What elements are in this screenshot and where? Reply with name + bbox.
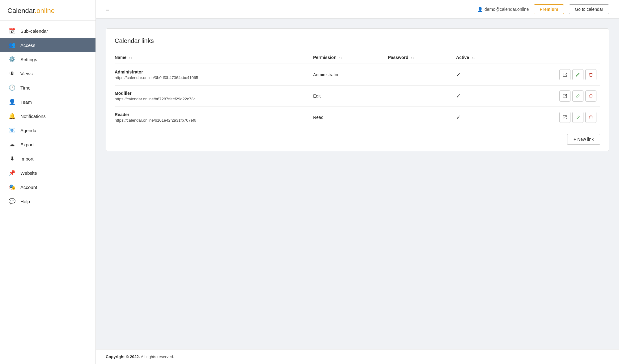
user-email-text: demo@calendar.online [485, 7, 529, 12]
account-label: Account [20, 185, 37, 190]
new-link-button[interactable]: + New link [567, 134, 600, 145]
cell-name-modifier-row: Modifier https://calendar.online/b67287f… [115, 86, 313, 107]
website-icon: 📌 [9, 169, 15, 176]
time-label: Time [20, 85, 31, 90]
sidebar-item-team[interactable]: 👤 Team [0, 95, 95, 109]
footer: Copyright © 2022. All rights reserved. [96, 349, 619, 364]
topbar-left: ≡ [106, 6, 109, 13]
row-name-reader-row: Reader [115, 112, 309, 117]
sidebar-item-account[interactable]: 🎭 Account [0, 180, 95, 194]
cell-name-reader-row: Reader https://calendar.online/b101e42f2… [115, 107, 313, 128]
table-row-modifier-row: Modifier https://calendar.online/b67287f… [115, 86, 600, 107]
active-check-reader-row: ✓ [456, 114, 461, 120]
team-label: Team [20, 99, 32, 105]
cell-password-modifier-row [388, 86, 456, 107]
row-name-admin-row: Administrator [115, 69, 309, 74]
edit-button-modifier-row[interactable] [572, 90, 583, 102]
table-row-admin-row: Administrator https://calendar.online/0b… [115, 64, 600, 86]
sidebar-item-import[interactable]: ⬇ Import [0, 152, 95, 166]
cell-actions-reader-row [507, 107, 600, 128]
delete-button-reader-row[interactable] [585, 112, 596, 123]
views-icon: 👁 [9, 70, 15, 77]
sort-name-icon: ↑↓ [129, 56, 132, 60]
sort-permission-icon: ↑↓ [339, 56, 342, 60]
access-label: Access [20, 43, 35, 48]
edit-button-reader-row[interactable] [572, 112, 583, 123]
delete-button-modifier-row[interactable] [585, 90, 596, 102]
delete-button-admin-row[interactable] [585, 69, 596, 80]
col-active[interactable]: Active ↑↓ [456, 52, 507, 64]
go-to-calendar-button[interactable]: Go to calendar [569, 4, 609, 14]
open-button-modifier-row[interactable] [559, 90, 570, 102]
time-icon: 🕐 [9, 84, 15, 91]
sidebar-item-website[interactable]: 📌 Website [0, 166, 95, 180]
sub-calendar-label: Sub-calendar [20, 28, 48, 34]
new-link-row: + New link [115, 134, 600, 145]
active-check-admin-row: ✓ [456, 72, 461, 78]
notifications-label: Notifications [20, 114, 46, 119]
settings-label: Settings [20, 57, 37, 62]
cell-active-modifier-row: ✓ [456, 86, 507, 107]
import-label: Import [20, 156, 34, 161]
cell-active-reader-row: ✓ [456, 107, 507, 128]
cell-name-admin-row: Administrator https://calendar.online/0b… [115, 64, 313, 86]
notifications-icon: 🔔 [9, 113, 15, 119]
settings-icon: ⚙️ [9, 56, 15, 63]
team-icon: 👤 [9, 98, 15, 105]
sidebar-item-sub-calendar[interactable]: 📅 Sub-calendar [0, 24, 95, 38]
row-url-admin-row: https://calendar.online/0b0df0b473644bc4… [115, 75, 309, 80]
links-table: Name ↑↓ Permission ↑↓ Password ↑↓ Active… [115, 52, 600, 128]
sidebar-item-settings[interactable]: ⚙️ Settings [0, 52, 95, 66]
open-button-reader-row[interactable] [559, 112, 570, 123]
open-button-admin-row[interactable] [559, 69, 570, 80]
active-check-modifier-row: ✓ [456, 93, 461, 99]
cell-permission-modifier-row: Edit [313, 86, 388, 107]
topbar-right: 👤 demo@calendar.online Premium Go to cal… [477, 4, 609, 14]
sub-calendar-icon: 📅 [9, 27, 15, 34]
sidebar-item-export[interactable]: ☁ Export [0, 137, 95, 152]
cell-permission-admin-row: Administrator [313, 64, 388, 86]
sidebar-item-help[interactable]: 💬 Help [0, 194, 95, 208]
main-area: ≡ 👤 demo@calendar.online Premium Go to c… [96, 0, 619, 364]
access-icon: 👥 [9, 42, 15, 48]
table-header-row: Name ↑↓ Permission ↑↓ Password ↑↓ Active… [115, 52, 600, 64]
cell-actions-admin-row [507, 64, 600, 86]
website-label: Website [20, 170, 37, 176]
account-icon: 🎭 [9, 184, 15, 190]
hamburger-icon[interactable]: ≡ [106, 6, 109, 13]
col-permission[interactable]: Permission ↑↓ [313, 52, 388, 64]
user-icon: 👤 [477, 7, 483, 12]
page-title: Calendar links [115, 37, 600, 44]
cell-active-admin-row: ✓ [456, 64, 507, 86]
sort-active-icon: ↑↓ [472, 56, 475, 60]
cell-actions-modifier-row [507, 86, 600, 107]
edit-button-admin-row[interactable] [572, 69, 583, 80]
cell-permission-reader-row: Read [313, 107, 388, 128]
user-email-display: 👤 demo@calendar.online [477, 7, 529, 12]
sidebar-logo: Calendar.online [0, 0, 95, 21]
sidebar: Calendar.online 📅 Sub-calendar 👥 Access … [0, 0, 96, 364]
logo-text: Calendar [7, 7, 35, 15]
sidebar-item-time[interactable]: 🕐 Time [0, 81, 95, 95]
footer-rights: All rights reserved. [140, 354, 174, 359]
cell-password-admin-row [388, 64, 456, 86]
col-password[interactable]: Password ↑↓ [388, 52, 456, 64]
table-row-reader-row: Reader https://calendar.online/b101e42f2… [115, 107, 600, 128]
sidebar-item-agenda[interactable]: 📧 Agenda [0, 123, 95, 137]
cell-password-reader-row [388, 107, 456, 128]
export-icon: ☁ [9, 141, 15, 148]
col-actions [507, 52, 600, 64]
row-name-modifier-row: Modifier [115, 91, 309, 96]
premium-button[interactable]: Premium [534, 4, 564, 14]
row-url-modifier-row: https://calendar.online/b67287ffecf29d22… [115, 97, 309, 101]
agenda-icon: 📧 [9, 127, 15, 134]
export-label: Export [20, 142, 34, 147]
row-url-reader-row: https://calendar.online/b101e42f2a31fb70… [115, 118, 309, 123]
sidebar-nav: 📅 Sub-calendar 👥 Access ⚙️ Settings 👁 Vi… [0, 21, 95, 364]
col-name[interactable]: Name ↑↓ [115, 52, 313, 64]
sidebar-item-notifications[interactable]: 🔔 Notifications [0, 109, 95, 123]
logo-suffix: .online [35, 7, 55, 15]
sidebar-item-access[interactable]: 👥 Access [0, 38, 95, 52]
sidebar-item-views[interactable]: 👁 Views [0, 66, 95, 81]
import-icon: ⬇ [9, 155, 15, 162]
